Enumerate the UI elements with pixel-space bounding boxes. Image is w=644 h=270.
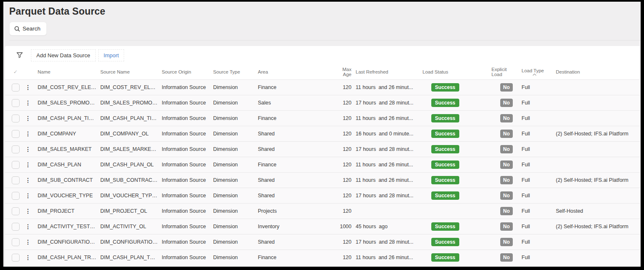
search-button[interactable]: Search xyxy=(9,22,47,36)
sort-ascending-icon xyxy=(532,74,537,76)
cell-max-age: 120 xyxy=(334,208,352,214)
cell-source-type: Dimension xyxy=(210,208,255,214)
column-header-destination[interactable]: Destination xyxy=(552,69,640,74)
cell-area: Sales xyxy=(255,100,334,106)
row-checkbox[interactable] xyxy=(12,238,20,246)
cell-load-type: Full xyxy=(518,84,552,90)
app-window: Parquet Data Source Search Add xyxy=(3,2,641,267)
cell-name: DIM_COMPANY xyxy=(34,131,97,137)
row-checkbox[interactable] xyxy=(12,176,20,184)
table-row[interactable]: ⋮ DIM_SALES_PROMOTIO... DIM_SALES_PROMOT… xyxy=(5,95,640,110)
cell-last-refreshed: 11 hours and 26 minut... xyxy=(352,84,419,90)
cell-name: DIM_COST_REV_ELEMENT xyxy=(34,84,97,90)
column-header-explicit-load[interactable]: Explicit Load xyxy=(488,67,518,77)
column-header-max-age[interactable]: Max Age xyxy=(334,67,352,77)
cell-area: Inventory xyxy=(255,224,334,229)
column-header-name[interactable]: Name xyxy=(34,69,97,74)
cell-name: DIM_SUB_CONTRACT xyxy=(34,177,97,183)
explicit-load-badge: No xyxy=(500,191,513,200)
cell-source-name: DIM_SUB_CONTRACT_OL xyxy=(97,177,158,183)
row-checkbox[interactable] xyxy=(12,115,20,122)
cell-load-type: Full xyxy=(518,131,552,137)
cell-source-name: DIM_CASH_PLAN_TRAN... xyxy=(97,255,158,260)
table-row[interactable]: ⋮ DIM_SUB_CONTRACT DIM_SUB_CONTRACT_OL I… xyxy=(5,172,640,188)
table-row[interactable]: ⋮ DIM_CONFIGURATION_... DIM_CONFIGURATIO… xyxy=(5,234,640,250)
cell-area: Projects xyxy=(255,208,334,214)
cell-name: DIM_SALES_PROMOTIO... xyxy=(34,100,97,106)
row-checkbox[interactable] xyxy=(12,145,20,153)
table-row[interactable]: ⋮ DIM_PROJECT DIM_PROJECT_OL Information… xyxy=(5,203,640,219)
table-row[interactable]: ⋮ DIM_SALES_MARKET DIM_SALES_MARKET_OL I… xyxy=(5,141,640,157)
cell-source-origin: Information Source xyxy=(158,115,210,121)
table-row[interactable]: ⋮ DIM_ACTIVITY_TEST_01 DIM_ACTIVITY_OL I… xyxy=(5,219,640,234)
row-checkbox[interactable] xyxy=(12,192,20,200)
table-row[interactable]: ⋮ DIM_CASH_PLAN_TIME_... DIM_CASH_PLAN_T… xyxy=(5,110,640,126)
row-menu-kebab-icon[interactable]: ⋮ xyxy=(22,99,34,106)
table-row[interactable]: ⋮ DIM_CASH_PLAN_TRAN... DIM_CASH_PLAN_TR… xyxy=(5,250,640,265)
column-header-load-status[interactable]: Load Status xyxy=(419,69,488,74)
row-menu-kebab-icon[interactable]: ⋮ xyxy=(22,177,34,183)
add-new-data-source-button[interactable]: Add New Data Source xyxy=(31,49,96,61)
cell-source-origin: Information Source xyxy=(158,255,210,260)
column-header-source-name[interactable]: Source Name xyxy=(97,69,158,74)
import-button[interactable]: Import xyxy=(98,49,125,61)
cell-area: Shared xyxy=(255,239,334,245)
row-menu-kebab-icon[interactable]: ⋮ xyxy=(22,115,34,122)
cell-source-type: Dimension xyxy=(210,224,255,229)
cell-source-origin: Information Source xyxy=(158,131,210,137)
row-menu-kebab-icon[interactable]: ⋮ xyxy=(22,84,34,91)
row-checkbox[interactable] xyxy=(12,161,20,169)
cell-source-type: Dimension xyxy=(210,100,255,106)
row-menu-kebab-icon[interactable]: ⋮ xyxy=(22,130,34,137)
row-menu-kebab-icon[interactable]: ⋮ xyxy=(22,254,34,261)
header-divider xyxy=(9,40,641,41)
select-all-check-icon: ✓ xyxy=(13,69,18,75)
filter-button[interactable] xyxy=(13,49,26,61)
table-body: ⋮ DIM_COST_REV_ELEMENT DIM_COST_REV_ELEM… xyxy=(5,79,640,265)
row-menu-kebab-icon[interactable]: ⋮ xyxy=(22,161,34,168)
row-menu-kebab-icon[interactable]: ⋮ xyxy=(22,192,34,199)
cell-source-type: Dimension xyxy=(210,162,255,168)
row-checkbox[interactable] xyxy=(12,130,20,138)
select-all-checkbox[interactable]: ✓ xyxy=(9,69,22,75)
row-checkbox[interactable] xyxy=(12,84,20,92)
cell-load-type: Full xyxy=(518,208,552,214)
cell-max-age: 120 xyxy=(334,131,352,137)
cell-source-origin: Information Source xyxy=(158,84,210,90)
table-row[interactable]: ⋮ DIM_COMPANY DIM_COMPANY_OL Information… xyxy=(5,126,640,141)
cell-load-type: Full xyxy=(518,146,552,152)
row-checkbox[interactable] xyxy=(12,254,20,262)
column-header-last-refreshed[interactable]: Last Refreshed xyxy=(352,69,419,74)
cell-source-type: Dimension xyxy=(210,177,255,183)
row-menu-kebab-icon[interactable]: ⋮ xyxy=(22,239,34,245)
cell-area: Finance xyxy=(255,162,334,168)
cell-max-age: 120 xyxy=(334,239,352,245)
cell-source-name: DIM_VOUCHER_TYPE_OL xyxy=(97,193,158,199)
cell-destination: Self-Hosted xyxy=(552,208,640,214)
column-header-source-type[interactable]: Source Type xyxy=(210,69,255,74)
cell-max-age: 120 xyxy=(334,255,352,260)
explicit-load-badge: No xyxy=(500,114,513,122)
row-menu-kebab-icon[interactable]: ⋮ xyxy=(22,146,34,153)
cell-max-age: 120 xyxy=(334,84,352,90)
row-checkbox[interactable] xyxy=(12,99,20,107)
row-menu-kebab-icon[interactable]: ⋮ xyxy=(22,223,34,230)
cell-load-type: Full xyxy=(518,255,552,260)
column-header-load-type[interactable]: Load Type xyxy=(518,68,552,76)
row-checkbox[interactable] xyxy=(12,223,20,231)
table-row[interactable]: ⋮ DIM_CASH_PLAN DIM_CASH_PLAN_OL Informa… xyxy=(5,157,640,172)
cell-source-type: Dimension xyxy=(210,146,255,152)
cell-last-refreshed: 11 hours and 26 minut... xyxy=(352,177,419,183)
cell-max-age: 1000 xyxy=(334,224,352,229)
cell-area: Finance xyxy=(255,84,334,90)
column-header-source-origin[interactable]: Source Origin xyxy=(158,69,210,74)
table-row[interactable]: ⋮ DIM_COST_REV_ELEMENT DIM_COST_REV_ELEM… xyxy=(5,79,640,95)
data-source-panel: Add New Data Source Import ✓ Name Source… xyxy=(5,46,640,267)
table-row[interactable]: ⋮ DIM_VOUCHER_TYPE DIM_VOUCHER_TYPE_OL I… xyxy=(5,188,640,203)
cell-source-origin: Information Source xyxy=(158,162,210,168)
row-menu-kebab-icon[interactable]: ⋮ xyxy=(22,208,34,214)
column-header-area[interactable]: Area xyxy=(255,69,334,74)
cell-max-age: 120 xyxy=(334,100,352,106)
row-checkbox[interactable] xyxy=(12,207,20,215)
cell-last-refreshed: 17 hours and 28 minut... xyxy=(352,193,419,199)
